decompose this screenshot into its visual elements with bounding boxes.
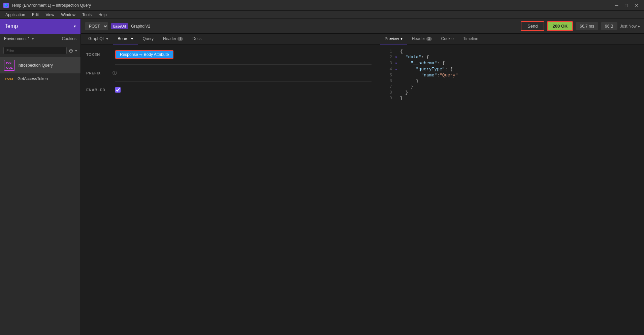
code-line-1: 1 { [383, 49, 639, 54]
main-area: POST GET baseUrl GraphqlV2 Send 200 OK 6… [81, 19, 644, 335]
tab-docs[interactable]: Docs [188, 34, 206, 44]
size-stat: 96 B [601, 22, 617, 30]
code-line-3: 3 ▾ "__schema" : { [383, 61, 639, 66]
tab-header[interactable]: Header 1 [158, 34, 188, 44]
tab-graphql[interactable]: GraphQL ▾ [84, 34, 113, 44]
just-now-text: Just Now [620, 24, 637, 29]
code-line-6: 6 } [383, 78, 639, 83]
sidebar-arrow-icon: ▾ [74, 24, 76, 29]
menu-window[interactable]: Window [58, 12, 78, 18]
tab-query[interactable]: Query [138, 34, 158, 44]
sidebar-env-row: Environment 1 ▾ Cookies [0, 34, 80, 44]
minimize-button[interactable]: ─ [613, 3, 620, 8]
menu-bar: Application Edit View Window Tools Help [0, 11, 644, 19]
method-badge-post: POST [4, 76, 15, 81]
split-pane: GraphQL ▾ Bearer ▾ Query Header 1 [81, 34, 644, 335]
token-label: TOKEN [86, 53, 110, 57]
bearer-token-form: TOKEN Response ⇒ Body Attribute PREFIX ⓘ [81, 45, 377, 103]
enabled-label: ENABLED [86, 88, 110, 92]
filter-input[interactable] [3, 47, 67, 54]
info-icon[interactable]: ⓘ [112, 70, 117, 76]
just-now-arrow-icon: ▸ [638, 24, 640, 29]
window-controls: ─ □ ✕ [613, 3, 641, 8]
tab-response-header[interactable]: Header 3 [407, 34, 437, 44]
request-bar: POST GET baseUrl GraphqlV2 Send 200 OK 6… [81, 19, 644, 34]
app-icon: 🔷 [3, 3, 9, 8]
timing-stat: 66.7 ms [576, 22, 598, 30]
base-url-tag: baseUrl [111, 23, 128, 29]
menu-tools[interactable]: Tools [79, 12, 94, 18]
sidebar-title: Temp [5, 23, 18, 29]
token-value-badge[interactable]: Response ⇒ Body Attribute [115, 50, 173, 59]
enabled-checkbox[interactable] [115, 87, 121, 93]
status-ok-badge: 200 OK [547, 21, 573, 31]
send-button[interactable]: Send [521, 21, 544, 31]
sidebar-item-introspection[interactable]: POST GQL Introspection Query [0, 57, 80, 73]
app-layout: Temp ▾ Environment 1 ▾ Cookies ⊕ ▾ POST … [0, 19, 644, 335]
form-divider [115, 64, 372, 65]
sidebar-items: POST GQL Introspection Query POST GetAcc… [0, 57, 80, 335]
tab-cookie[interactable]: Cookie [437, 34, 458, 44]
code-line-9: 9 } [383, 96, 639, 101]
enabled-row: ENABLED [86, 87, 372, 93]
title-bar: 🔷 Temp (Environment 1) – Introspection Q… [0, 0, 644, 11]
code-preview: 1 { 2 ▾ "data" : { 3 ▾ [377, 45, 644, 335]
env-label[interactable]: Environment 1 [4, 36, 30, 41]
menu-edit[interactable]: Edit [29, 12, 42, 18]
method-select[interactable]: POST GET [85, 22, 108, 30]
close-button[interactable]: ✕ [633, 3, 641, 8]
tab-timeline[interactable]: Timeline [458, 34, 483, 44]
add-filter-button[interactable]: ⊕ [69, 47, 73, 54]
prefix-row: PREFIX ⓘ [86, 70, 372, 76]
code-line-4: 4 ▾ "queryType" : { [383, 67, 639, 72]
cookies-button[interactable]: Cookies [62, 36, 76, 41]
just-now-label: Just Now ▸ [620, 24, 640, 29]
maximize-button[interactable]: □ [623, 3, 630, 8]
prefix-label: PREFIX [86, 71, 110, 75]
sidebar: Temp ▾ Environment 1 ▾ Cookies ⊕ ▾ POST … [0, 19, 81, 335]
menu-application[interactable]: Application [3, 12, 28, 18]
filter-options-icon[interactable]: ▾ [75, 48, 77, 53]
code-line-8: 8 } [383, 90, 639, 95]
right-pane: Preview ▾ Header 3 Cookie Timeline [377, 34, 644, 335]
sidebar-item-label-introspection: Introspection Query [18, 63, 53, 68]
token-row: TOKEN Response ⇒ Body Attribute [86, 50, 372, 59]
code-line-7: 7 } [383, 84, 639, 89]
url-path: GraphqlV2 [131, 24, 518, 29]
sidebar-filter-row: ⊕ ▾ [0, 44, 80, 57]
env-arrow-icon: ▾ [32, 37, 34, 41]
tab-preview[interactable]: Preview ▾ [380, 34, 407, 44]
code-line-5: 5 "name" : "Query" [383, 73, 639, 78]
menu-help[interactable]: Help [96, 12, 109, 18]
code-line-2: 2 ▾ "data" : { [383, 55, 639, 60]
left-pane: GraphQL ▾ Bearer ▾ Query Header 1 [81, 34, 377, 335]
right-tabs: Preview ▾ Header 3 Cookie Timeline [377, 34, 644, 45]
token-value-area: Response ⇒ Body Attribute [115, 50, 372, 59]
tab-bearer[interactable]: Bearer ▾ [113, 34, 138, 44]
left-tabs: GraphQL ▾ Bearer ▾ Query Header 1 [81, 34, 377, 45]
sidebar-item-getaccess[interactable]: POST GetAccessToken [0, 73, 80, 84]
window-title: Temp (Environment 1) – Introspection Que… [11, 3, 91, 8]
method-badge-gql: POST GQL [4, 60, 15, 71]
menu-view[interactable]: View [43, 12, 57, 18]
sidebar-header: Temp ▾ [0, 19, 80, 34]
form-divider-2 [115, 81, 372, 82]
sidebar-item-label-getaccess: GetAccessToken [18, 76, 48, 81]
